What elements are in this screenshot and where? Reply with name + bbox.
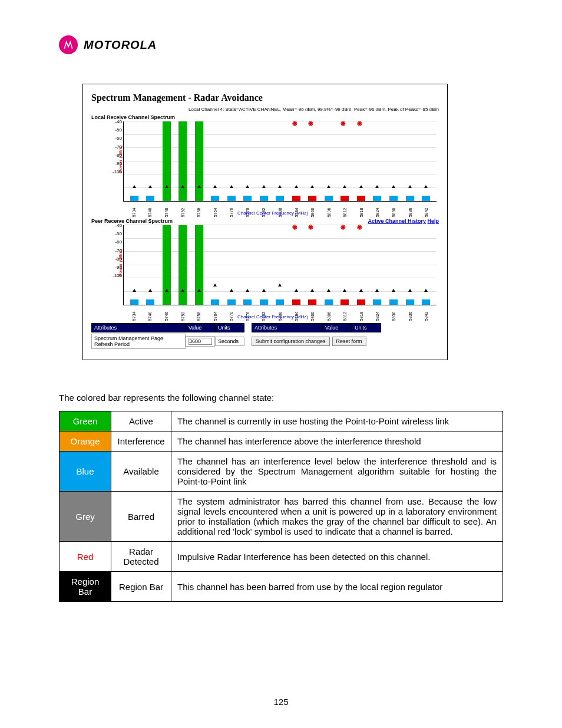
peer-chart: Power (dBm)◉◉◉◉-40-50-60-70-80-90-100573… xyxy=(107,225,439,319)
peak-marker-icon xyxy=(181,289,184,292)
x-tick: 5740 xyxy=(148,311,152,322)
peak-marker-icon xyxy=(230,185,233,188)
state-description: The system administrator has barred this… xyxy=(171,492,503,542)
channel-bar: ◉ xyxy=(340,196,349,201)
channel-bar xyxy=(406,196,414,201)
y-tick: -40 xyxy=(115,119,122,124)
channel-bar xyxy=(163,121,171,201)
reset-button[interactable]: Reset form xyxy=(332,337,366,346)
active-channel-history-link[interactable]: Active Channel History xyxy=(368,218,426,224)
state-label: Active xyxy=(111,411,171,431)
x-tick: 5746 xyxy=(164,207,168,218)
table-row: Region BarRegion BarThis channel has bee… xyxy=(59,572,503,602)
x-tick: 5752 xyxy=(180,311,184,322)
state-label: Barred xyxy=(111,492,171,542)
peak-marker-icon xyxy=(310,289,314,292)
x-tick: 5806 xyxy=(326,207,330,218)
lock-icon: ◉ xyxy=(357,223,362,230)
col-attributes: Attributes xyxy=(91,323,186,332)
col-value-2: Value xyxy=(322,323,352,332)
channel-bar xyxy=(163,225,171,305)
figure-title: Spectrum Management - Radar Avoidance xyxy=(91,93,439,103)
lock-icon: ◉ xyxy=(292,223,297,230)
x-axis-label: Channel Center Frequency (MHz) xyxy=(237,210,308,216)
peak-marker-icon xyxy=(408,289,412,292)
lock-icon: ◉ xyxy=(308,223,313,230)
channel-bar xyxy=(146,299,154,305)
col-units: Units xyxy=(215,323,244,332)
channel-bar xyxy=(195,225,203,305)
y-tick: -60 xyxy=(115,239,122,245)
peak-marker-icon xyxy=(424,185,428,188)
lock-icon: ◉ xyxy=(340,223,346,230)
peer-chart-heading: Peer Receive Channel Spectrum xyxy=(91,218,173,224)
x-tick: 5824 xyxy=(375,207,379,218)
channel-bar xyxy=(211,299,219,305)
spectrum-figure: Spectrum Management - Radar Avoidance Lo… xyxy=(82,84,448,360)
peak-marker-icon xyxy=(165,289,168,292)
channel-bar xyxy=(178,225,187,305)
peak-marker-icon xyxy=(392,185,395,188)
x-tick: 5836 xyxy=(408,311,412,322)
y-tick: -90 xyxy=(115,264,122,269)
x-tick: 5740 xyxy=(148,207,152,218)
motorola-logo-icon xyxy=(59,35,78,54)
peak-marker-icon xyxy=(197,289,201,292)
x-tick: 5830 xyxy=(392,207,396,218)
table-row: GreyBarredThe system administrator has b… xyxy=(59,492,503,542)
peak-marker-icon xyxy=(375,289,379,292)
help-link[interactable]: Help xyxy=(427,218,439,224)
channel-bar: ◉ xyxy=(292,299,300,305)
channel-bar: ◉ xyxy=(340,299,349,305)
channel-bar xyxy=(243,196,252,201)
lock-icon: ◉ xyxy=(308,120,313,126)
local-chart: Power (dBm)◉◉◉◉-40-50-60-70-80-90-100573… xyxy=(107,121,439,216)
channel-bar xyxy=(227,196,236,201)
peak-marker-icon xyxy=(230,289,233,292)
peak-marker-icon xyxy=(327,289,330,292)
brand-name: MOTOROLA xyxy=(84,38,157,52)
peak-marker-icon xyxy=(327,185,330,188)
peak-marker-icon xyxy=(148,185,152,188)
x-tick: 5770 xyxy=(229,207,233,218)
x-tick: 5764 xyxy=(213,207,217,218)
channel-bar xyxy=(178,121,187,201)
state-label: Interference xyxy=(111,431,171,452)
channel-bar xyxy=(422,196,430,201)
channel-bar xyxy=(227,299,236,305)
x-tick: 5746 xyxy=(164,311,168,322)
channel-bar xyxy=(325,299,333,305)
col-value: Value xyxy=(186,323,215,332)
peak-marker-icon xyxy=(343,289,346,292)
col-units-2: Units xyxy=(352,323,381,332)
color-label: Red xyxy=(59,542,111,572)
y-tick: -50 xyxy=(115,127,122,133)
y-tick: -80 xyxy=(115,256,122,261)
state-description: The channel is currently in use hosting … xyxy=(171,411,503,431)
refresh-period-units: Seconds xyxy=(215,337,244,346)
x-tick: 5758 xyxy=(197,207,201,218)
submit-button[interactable]: Submit configuration changes xyxy=(252,337,330,346)
channel-bar: ◉ xyxy=(308,196,316,201)
y-tick: -70 xyxy=(115,144,122,149)
channel-bar xyxy=(325,196,333,201)
peak-marker-icon xyxy=(262,185,266,188)
channel-bar: ◉ xyxy=(308,299,316,305)
peak-marker-icon xyxy=(424,289,428,292)
peak-marker-icon xyxy=(133,289,136,292)
table-row: OrangeInterferenceThe channel has interf… xyxy=(59,431,503,452)
channel-bar xyxy=(276,196,284,201)
refresh-period-input[interactable] xyxy=(189,338,212,345)
state-description: The channel has interference above the i… xyxy=(171,431,503,452)
channel-bar xyxy=(243,299,252,305)
state-label: Region Bar xyxy=(111,572,171,602)
y-tick: -100 xyxy=(113,273,122,278)
color-label: Region Bar xyxy=(59,572,111,602)
x-tick: 5752 xyxy=(180,207,184,218)
refresh-period-label: Spectrum Management Page Refresh Period xyxy=(91,334,186,349)
y-tick: -100 xyxy=(113,169,122,174)
peak-marker-icon xyxy=(278,284,282,286)
peak-marker-icon xyxy=(295,289,298,292)
col-attributes-2: Attributes xyxy=(252,323,322,332)
channel-bar xyxy=(146,196,154,201)
